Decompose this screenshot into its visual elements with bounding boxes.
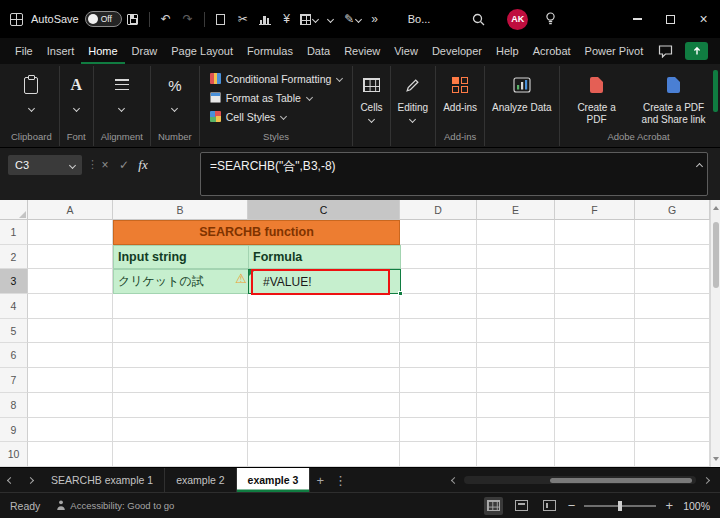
chevron-down-icon[interactable] bbox=[321, 7, 341, 31]
conditional-formatting-button[interactable]: Conditional Formatting bbox=[207, 69, 346, 88]
avatar[interactable]: AK bbox=[507, 9, 528, 30]
row-header-7[interactable]: 7 bbox=[0, 368, 28, 393]
cell-C7[interactable] bbox=[248, 368, 400, 393]
more-commands-icon[interactable]: » bbox=[365, 7, 385, 31]
menu-tab-data[interactable]: Data bbox=[300, 38, 337, 64]
insert-function-icon[interactable]: fx bbox=[134, 155, 152, 175]
cell-C4[interactable] bbox=[248, 294, 400, 319]
cell-B9[interactable] bbox=[113, 418, 248, 443]
ribbon-group-analyze-data[interactable]: Analyze Data bbox=[485, 66, 559, 146]
cell-C8[interactable] bbox=[248, 393, 400, 418]
close-icon[interactable]: × bbox=[687, 0, 720, 38]
cell-F3[interactable] bbox=[555, 269, 635, 294]
row-header-3[interactable]: 3 bbox=[0, 269, 28, 294]
accessibility-status[interactable]: Accessibility: Good to go bbox=[56, 500, 174, 511]
cell-D1[interactable] bbox=[400, 220, 477, 245]
menu-tab-file[interactable]: File bbox=[8, 38, 40, 64]
name-box[interactable]: C3 bbox=[8, 155, 82, 175]
cell-C9[interactable] bbox=[248, 418, 400, 443]
draw-icon[interactable]: ✎ bbox=[343, 7, 363, 31]
row-header-6[interactable]: 6 bbox=[0, 343, 28, 368]
normal-view-icon[interactable] bbox=[484, 497, 503, 515]
cell-D2[interactable] bbox=[400, 245, 477, 270]
row-header-1[interactable]: 1 bbox=[0, 220, 28, 245]
menu-tab-help[interactable]: Help bbox=[489, 38, 526, 64]
cell-E10[interactable] bbox=[477, 442, 555, 467]
cell-B2[interactable]: Input string bbox=[113, 245, 249, 270]
search-icon[interactable] bbox=[468, 7, 488, 31]
cell-B8[interactable] bbox=[113, 393, 248, 418]
row-header-9[interactable]: 9 bbox=[0, 418, 28, 443]
undo-icon[interactable]: ↶ bbox=[156, 7, 176, 31]
row-header-4[interactable]: 4 bbox=[0, 294, 28, 319]
cell-A7[interactable] bbox=[28, 368, 113, 393]
format-as-table-button[interactable]: Format as Table bbox=[207, 88, 346, 107]
cell-B5[interactable] bbox=[113, 319, 248, 344]
menu-tab-power-pivot[interactable]: Power Pivot bbox=[578, 38, 651, 64]
lightbulb-icon[interactable] bbox=[540, 7, 560, 31]
menu-tab-formulas[interactable]: Formulas bbox=[240, 38, 300, 64]
cell-D8[interactable] bbox=[400, 393, 477, 418]
warning-icon[interactable]: ⚠ bbox=[235, 272, 247, 285]
save-icon[interactable] bbox=[123, 7, 143, 31]
menu-tab-view[interactable]: View bbox=[387, 38, 425, 64]
zoom-out-icon[interactable]: − bbox=[568, 498, 576, 513]
cell-E8[interactable] bbox=[477, 393, 555, 418]
cell-F4[interactable] bbox=[555, 294, 635, 319]
vertical-scrollbar[interactable] bbox=[710, 200, 720, 467]
hscroll-left-icon[interactable] bbox=[448, 478, 460, 483]
minimize-icon[interactable] bbox=[621, 0, 654, 38]
cell-A8[interactable] bbox=[28, 393, 113, 418]
cell-B3[interactable]: クリケットの試 ⚠ bbox=[113, 269, 249, 294]
menu-tab-draw[interactable]: Draw bbox=[125, 38, 165, 64]
ribbon-group-number[interactable]: % Number bbox=[151, 66, 200, 146]
page-layout-view-icon[interactable] bbox=[512, 497, 531, 515]
column-header-C[interactable]: C bbox=[248, 200, 400, 220]
cell-B4[interactable] bbox=[113, 294, 248, 319]
cell-D10[interactable] bbox=[400, 442, 477, 467]
menu-tab-insert[interactable]: Insert bbox=[40, 38, 82, 64]
menu-tab-home[interactable]: Home bbox=[81, 38, 124, 64]
cell-F6[interactable] bbox=[555, 343, 635, 368]
menu-tab-review[interactable]: Review bbox=[337, 38, 387, 64]
cell-C2[interactable]: Formula bbox=[248, 245, 401, 270]
create-pdf-button[interactable]: Create a PDF bbox=[567, 69, 627, 125]
ribbon-group-font[interactable]: A Font bbox=[60, 66, 94, 146]
cell-A5[interactable] bbox=[28, 319, 113, 344]
cell-C10[interactable] bbox=[248, 442, 400, 467]
formula-input[interactable]: =SEARCHB("合",B3,-8) bbox=[200, 152, 708, 196]
cell-A2[interactable] bbox=[28, 245, 113, 270]
row-header-8[interactable]: 8 bbox=[0, 393, 28, 418]
column-header-D[interactable]: D bbox=[400, 200, 477, 220]
cell-F8[interactable] bbox=[555, 393, 635, 418]
row-header-2[interactable]: 2 bbox=[0, 245, 28, 270]
cell-G5[interactable] bbox=[635, 319, 710, 344]
ribbon-group-clipboard[interactable]: Clipboard bbox=[4, 66, 60, 146]
cell-A10[interactable] bbox=[28, 442, 113, 467]
vertical-scrollbar-thumb[interactable] bbox=[713, 222, 719, 288]
new-sheet-button[interactable]: + bbox=[310, 468, 330, 492]
zoom-slider-knob[interactable] bbox=[618, 501, 622, 511]
cell-G8[interactable] bbox=[635, 393, 710, 418]
chart-icon[interactable] bbox=[255, 7, 275, 31]
horizontal-scrollbar[interactable] bbox=[448, 468, 720, 492]
autosave-toggle[interactable]: Off bbox=[85, 11, 122, 27]
tabs-scroll-left-icon[interactable] bbox=[0, 468, 20, 492]
ribbon-group-addins[interactable]: Add-ins Add-ins bbox=[436, 66, 485, 146]
cell-A4[interactable] bbox=[28, 294, 113, 319]
menu-tab-acrobat[interactable]: Acrobat bbox=[526, 38, 578, 64]
ribbon-group-cells[interactable]: Cells bbox=[353, 66, 390, 146]
cell-D7[interactable] bbox=[400, 368, 477, 393]
horizontal-scrollbar-thumb[interactable] bbox=[550, 478, 692, 483]
cell-F1[interactable] bbox=[555, 220, 635, 245]
sheet-tab-example-2[interactable]: example 2 bbox=[165, 468, 236, 492]
sheet-tab-searchb-example-1[interactable]: SEARCHB example 1 bbox=[40, 468, 165, 492]
cell-D5[interactable] bbox=[400, 319, 477, 344]
cell-D9[interactable] bbox=[400, 418, 477, 443]
cell-C5[interactable] bbox=[248, 319, 400, 344]
cell-F9[interactable] bbox=[555, 418, 635, 443]
cut-icon[interactable]: ✂ bbox=[233, 7, 253, 31]
cell-B1-merged-title[interactable]: SEARCHB function bbox=[113, 220, 400, 245]
cell-E3[interactable] bbox=[477, 269, 555, 294]
cell-G1[interactable] bbox=[635, 220, 710, 245]
